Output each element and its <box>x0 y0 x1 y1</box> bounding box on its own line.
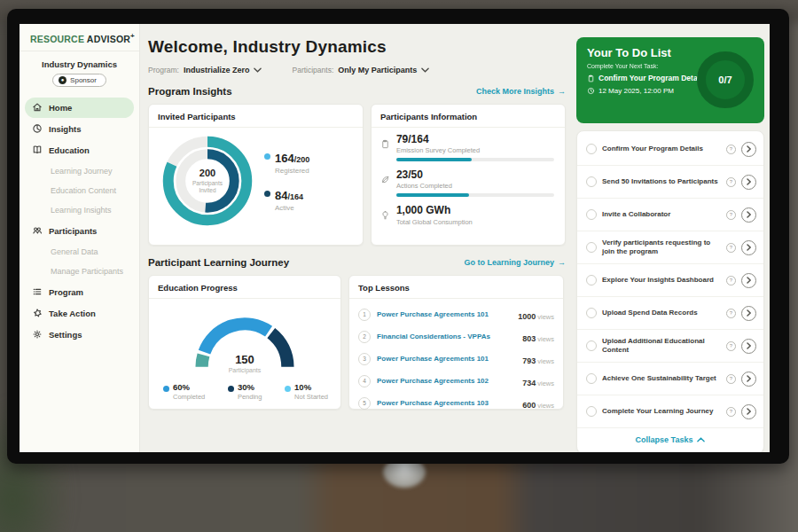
lesson-link[interactable]: Power Purchase Agreements 101 <box>377 355 516 363</box>
sidebar-item-home[interactable]: Home <box>25 98 134 118</box>
sidebar: RESOURCE ADVISOR+ Industry Dynamics ● Sp… <box>20 24 140 452</box>
app-screen: RESOURCE ADVISOR+ Industry Dynamics ● Sp… <box>20 24 770 452</box>
go-to-learning-journey-link[interactable]: Go to Learning Journey → <box>464 258 566 267</box>
logo-resource: RESOURCE <box>30 34 84 44</box>
sidebar-item-insights[interactable]: Insights <box>25 119 134 139</box>
sidebar-item-manage-participants[interactable]: Manage Participants <box>25 262 134 281</box>
lesson-link[interactable]: Financial Considerations - VPPAs <box>377 332 516 340</box>
consumption-row: 1,000 GWh Total Global Consumption <box>380 205 554 225</box>
gauge-center-label: Participants <box>186 367 303 373</box>
donut-center-value: 200 <box>200 168 215 178</box>
task-open-button[interactable] <box>741 372 756 387</box>
legend-registered: 164/200 Registered <box>264 150 309 175</box>
sidebar-item-program[interactable]: Program <box>25 282 134 302</box>
legend-dot <box>228 386 234 392</box>
sidebar-item-settings[interactable]: Settings <box>25 325 134 345</box>
legend-dot <box>264 153 270 160</box>
card-title: Education Progress <box>149 276 340 299</box>
task-open-button[interactable] <box>741 175 756 190</box>
lesson-rank: 3 <box>358 353 371 365</box>
task-checkbox[interactable] <box>586 308 597 318</box>
sidebar-item-take-action[interactable]: Take Action <box>25 303 134 324</box>
task-open-button[interactable] <box>741 142 756 157</box>
people-icon <box>32 225 43 236</box>
sidebar-item-education-content[interactable]: Education Content <box>25 181 134 200</box>
education-progress-card: Education Progress 150 Participants <box>148 275 341 410</box>
legend-dot <box>163 386 169 392</box>
invited-donut-chart: 200 Participants Invited <box>160 133 255 229</box>
legend-dot <box>264 191 270 197</box>
task-open-button[interactable] <box>741 273 756 288</box>
progress-fill <box>396 158 472 161</box>
todo-hero-card: Your To Do List Complete Your Next Task:… <box>576 37 764 123</box>
participants-dropdown[interactable]: Participants: Only My Participants <box>292 66 429 74</box>
check-more-insights-link[interactable]: Check More Insights → <box>476 87 566 96</box>
sidebar-nav: Home Insights Education Learning Journey… <box>20 98 139 345</box>
task-row[interactable]: Confirm Your Program Details ? <box>577 133 763 166</box>
sponsor-badge[interactable]: ● Sponsor <box>52 74 106 87</box>
task-row[interactable]: Explore Your Insights Dashboard ? <box>577 264 763 297</box>
logo-advisor: ADVISOR <box>87 34 130 44</box>
info-icon[interactable]: ? <box>726 341 736 351</box>
task-checkbox[interactable] <box>586 209 597 220</box>
education-gauge-chart: 150 Participants <box>186 311 303 370</box>
learning-cards-row: Education Progress 150 Participants <box>148 275 576 410</box>
lesson-link[interactable]: Power Purchase Agreements 103 <box>377 399 516 407</box>
task-checkbox[interactable] <box>586 340 597 351</box>
program-dropdown[interactable]: Program: Industrialize Zero <box>148 66 262 74</box>
lesson-rank: 4 <box>358 375 371 387</box>
chevron-up-icon <box>697 437 705 442</box>
lesson-row: 2 Financial Considerations - VPPAs 803vi… <box>358 325 554 348</box>
take-action-icon <box>32 308 43 318</box>
program-insights-header: Program Insights Check More Insights → <box>148 86 576 97</box>
task-row[interactable]: Upload Spend Data Records ? <box>577 297 763 330</box>
info-icon[interactable]: ? <box>726 177 736 187</box>
sidebar-item-learning-insights[interactable]: Learning Insights <box>25 200 134 220</box>
sidebar-item-general-data[interactable]: General Data <box>25 242 134 262</box>
task-checkbox[interactable] <box>586 275 597 286</box>
info-icon[interactable]: ? <box>726 276 736 286</box>
page-title: Welcome, Industry Dynamics <box>148 37 576 57</box>
sponsor-badge-label: Sponsor <box>70 76 97 84</box>
task-row[interactable]: Invite a Collaborator ? <box>577 199 763 231</box>
lesson-row: 3 Power Purchase Agreements 101 793views <box>358 348 554 370</box>
task-row[interactable]: Verify participants requesting to join t… <box>577 231 763 264</box>
insights-icon <box>32 123 43 134</box>
task-open-button[interactable] <box>741 240 756 255</box>
task-checkbox[interactable] <box>586 373 597 384</box>
collapse-tasks-link[interactable]: Collapse Tasks <box>577 428 763 451</box>
task-checkbox[interactable] <box>586 406 597 417</box>
info-icon[interactable]: ? <box>726 145 736 154</box>
task-open-button[interactable] <box>741 306 756 321</box>
lesson-link[interactable]: Power Purchase Agreements 102 <box>377 377 516 385</box>
filter-bar: Program: Industrialize Zero Participants… <box>148 66 576 74</box>
task-row[interactable]: Send 50 Invitations to Participants ? <box>577 166 763 199</box>
sidebar-item-learning-journey[interactable]: Learning Journey <box>25 161 134 181</box>
info-icon[interactable]: ? <box>726 243 736 253</box>
info-icon[interactable]: ? <box>726 374 736 384</box>
task-open-button[interactable] <box>741 404 756 419</box>
task-checkbox[interactable] <box>586 144 597 154</box>
app-logo: RESOURCE ADVISOR+ <box>20 24 139 51</box>
main-content: Welcome, Industry Dynamics Program: Indu… <box>139 24 576 452</box>
task-open-button[interactable] <box>741 339 756 354</box>
lesson-rank: 5 <box>358 397 371 410</box>
list-icon <box>32 286 43 297</box>
legend-dot <box>285 386 291 392</box>
clipboard-icon <box>380 139 390 149</box>
sidebar-item-education[interactable]: Education <box>25 140 134 160</box>
task-row[interactable]: Achieve One Sustainability Target ? <box>577 363 763 395</box>
info-icon[interactable]: ? <box>726 210 736 220</box>
task-row[interactable]: Complete Your Learning Journey ? <box>577 395 763 428</box>
sidebar-item-participants[interactable]: Participants <box>25 221 134 241</box>
task-open-button[interactable] <box>741 207 756 223</box>
info-icon[interactable]: ? <box>726 407 736 417</box>
task-checkbox[interactable] <box>586 176 597 187</box>
task-row[interactable]: Upload Additional Educational Content ? <box>577 330 763 363</box>
lesson-link[interactable]: Power Purchase Agreements 101 <box>377 310 512 318</box>
task-checkbox[interactable] <box>586 242 597 253</box>
arrow-right-icon: → <box>558 87 566 96</box>
info-icon[interactable]: ? <box>726 309 736 318</box>
learning-journey-header: Participant Learning Journey Go to Learn… <box>148 257 576 268</box>
progress-fill <box>396 193 469 197</box>
